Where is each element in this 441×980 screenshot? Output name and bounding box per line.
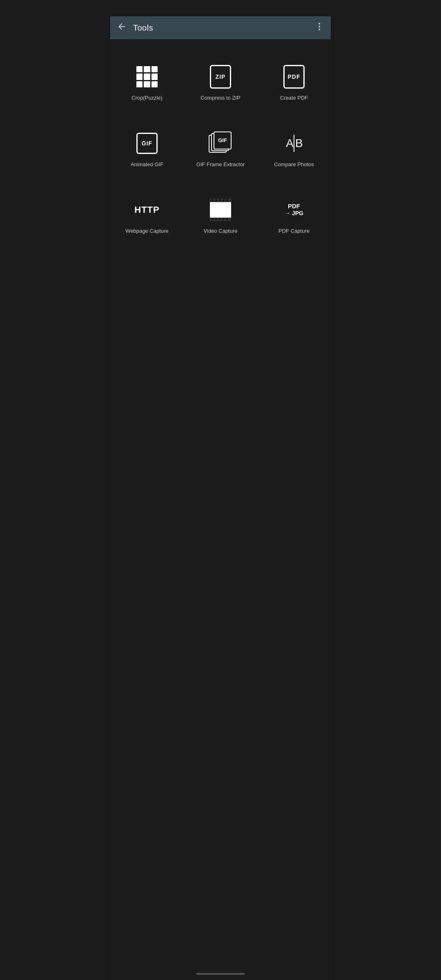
ab-letter-b: B xyxy=(295,137,302,150)
back-button[interactable] xyxy=(117,22,127,34)
tool-item-compress-zip[interactable]: ZIP Compress to ZIP xyxy=(184,47,257,114)
pdf-jpg-line1: PDF xyxy=(288,203,300,210)
svg-point-1 xyxy=(318,26,320,27)
status-bar xyxy=(110,0,331,16)
tool-item-webpage-capture[interactable]: HTTP Webpage Capture xyxy=(110,180,184,247)
toolbar-title: Tools xyxy=(133,23,314,33)
zip-icon: ZIP xyxy=(207,64,234,90)
animated-gif-label: Animated GIF xyxy=(131,161,163,168)
content: Crop(Puzzle) ZIP Compress to ZIP PDF Cre… xyxy=(110,39,331,968)
compress-zip-label: Compress to ZIP xyxy=(200,95,241,102)
tool-item-create-pdf[interactable]: PDF Create PDF xyxy=(257,47,331,114)
video-capture-label: Video Capture xyxy=(204,228,238,235)
gif-frames-icon-text: GIF xyxy=(218,137,227,143)
pdf-jpg-arrow: → JPG xyxy=(285,210,303,217)
tool-item-compare-photos[interactable]: A B Compare Photos xyxy=(257,114,331,180)
webpage-capture-label: Webpage Capture xyxy=(125,228,168,235)
bottom-bar xyxy=(110,968,331,980)
crop-puzzle-icon xyxy=(134,64,160,90)
video-capture-icon xyxy=(207,197,234,223)
animated-gif-icon: GIF xyxy=(134,130,160,156)
svg-point-2 xyxy=(318,29,320,30)
crop-puzzle-label: Crop(Puzzle) xyxy=(131,95,163,102)
compare-photos-icon: A B xyxy=(281,130,307,156)
svg-point-0 xyxy=(318,23,320,24)
more-menu-button[interactable] xyxy=(314,22,324,34)
pdf-capture-label: PDF Capture xyxy=(278,228,310,235)
tool-item-animated-gif[interactable]: GIF Animated GIF xyxy=(110,114,184,180)
tools-grid: Crop(Puzzle) ZIP Compress to ZIP PDF Cre… xyxy=(110,47,331,247)
toolbar: Tools xyxy=(110,16,331,39)
ab-letter-a: A xyxy=(286,137,293,150)
pdf-icon: PDF xyxy=(281,64,307,90)
pdf-icon-text: PDF xyxy=(288,74,301,80)
gif-frames-icon: GIF xyxy=(207,130,234,156)
tool-item-crop-puzzle[interactable]: Crop(Puzzle) xyxy=(110,47,184,114)
gif-icon-text: GIF xyxy=(142,140,152,147)
home-indicator xyxy=(196,973,245,975)
gif-frame-extractor-label: GIF Frame Extractor xyxy=(196,161,245,168)
create-pdf-label: Create PDF xyxy=(280,95,308,102)
tool-item-video-capture[interactable]: Video Capture xyxy=(184,180,257,247)
http-icon: HTTP xyxy=(134,197,160,223)
pdf-jpg-icon: PDF → JPG xyxy=(281,197,307,223)
ab-divider xyxy=(294,135,294,152)
compare-photos-label: Compare Photos xyxy=(274,161,314,168)
zip-icon-text: ZIP xyxy=(216,74,226,80)
tool-item-pdf-capture[interactable]: PDF → JPG PDF Capture xyxy=(257,180,331,247)
tool-item-gif-frame-extractor[interactable]: GIF GIF Frame Extractor xyxy=(184,114,257,180)
